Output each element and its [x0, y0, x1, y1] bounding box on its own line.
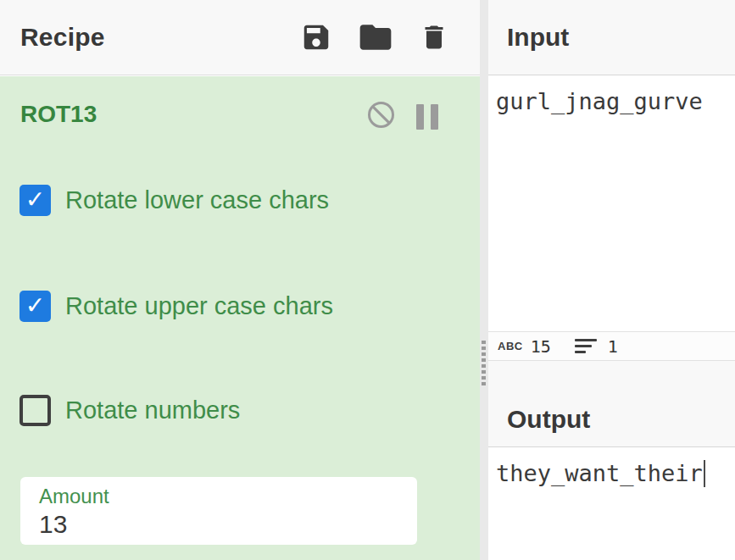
output-header: Output	[488, 361, 735, 447]
amount-field[interactable]: Amount 13	[20, 477, 417, 545]
output-text: they_want_their	[496, 460, 705, 489]
recipe-toolbar	[300, 19, 449, 56]
io-panel: Input gurl_jnag_gurve ABC 15 1 Output th…	[488, 0, 735, 560]
trash-icon[interactable]	[419, 22, 449, 53]
line-count: 1	[608, 336, 618, 357]
character-count-icon: ABC	[498, 340, 523, 352]
input-title: Input	[507, 23, 569, 52]
arg-label[interactable]: Rotate upper case chars	[65, 292, 333, 320]
disable-icon[interactable]	[367, 101, 395, 132]
checkmark-icon: ✓	[25, 294, 45, 318]
panel-splitter[interactable]	[480, 0, 488, 560]
cyberchef-app: Recipe	[0, 0, 735, 560]
arg-label[interactable]: Rotate lower case chars	[65, 186, 329, 214]
arg-label[interactable]: Rotate numbers	[65, 396, 240, 424]
output-title: Output	[507, 405, 590, 434]
arg-rotate-numbers: ✓ Rotate numbers	[19, 395, 240, 426]
input-textarea[interactable]: gurl_jnag_gurve	[488, 76, 735, 331]
input-status-bar: ABC 15 1	[488, 331, 735, 361]
operation-title-row[interactable]: ROT13	[20, 101, 97, 128]
text-cursor	[704, 460, 705, 487]
amount-value[interactable]: 13	[39, 510, 417, 539]
checkmark-icon: ✓	[25, 188, 45, 212]
output-text-value: they_want_their	[496, 460, 703, 486]
operation-controls	[367, 101, 438, 132]
arg-rotate-upper: ✓ Rotate upper case chars	[19, 291, 333, 322]
recipe-title: Recipe	[20, 23, 105, 52]
line-count-icon	[575, 339, 597, 353]
checkbox-rotate-lower[interactable]: ✓	[19, 185, 51, 216]
checkbox-rotate-upper[interactable]: ✓	[19, 291, 51, 322]
open-folder-icon[interactable]	[357, 19, 394, 56]
recipe-panel: Recipe	[0, 0, 480, 560]
character-count: 15	[531, 336, 551, 357]
arg-rotate-lower: ✓ Rotate lower case chars	[19, 185, 329, 216]
pause-icon[interactable]	[416, 104, 438, 130]
splitter-handle-icon[interactable]	[482, 341, 486, 385]
input-text[interactable]: gurl_jnag_gurve	[496, 88, 703, 114]
output-textarea[interactable]: they_want_their	[488, 448, 735, 560]
checkbox-rotate-numbers[interactable]: ✓	[19, 395, 51, 426]
operation-name: ROT13	[20, 101, 97, 127]
input-header: Input	[488, 0, 735, 75]
recipe-header: Recipe	[0, 0, 480, 75]
save-icon[interactable]	[300, 21, 332, 53]
amount-label: Amount	[39, 485, 417, 508]
